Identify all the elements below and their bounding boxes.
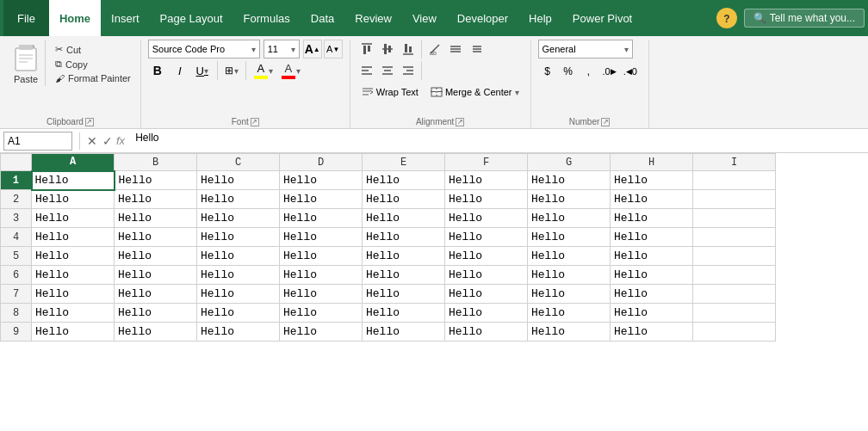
table-cell[interactable]: Hello bbox=[445, 171, 528, 190]
table-cell[interactable]: Hello bbox=[197, 323, 280, 342]
table-cell[interactable] bbox=[693, 323, 776, 342]
tell-me-box[interactable]: 🔍 Tell me what you... bbox=[744, 9, 865, 28]
angle-text-button[interactable]: ab bbox=[425, 40, 444, 58]
menu-data[interactable]: Data bbox=[301, 0, 344, 36]
table-cell[interactable]: Hello bbox=[280, 171, 363, 190]
row-number-2[interactable]: 2 bbox=[1, 190, 32, 209]
decrease-font-button[interactable]: A▼ bbox=[324, 40, 343, 58]
table-cell[interactable]: Hello bbox=[197, 285, 280, 304]
table-cell[interactable]: Hello bbox=[363, 266, 445, 285]
row-number-4[interactable]: 4 bbox=[1, 228, 32, 247]
table-cell[interactable]: Hello bbox=[611, 228, 693, 247]
formula-input[interactable]: Hello bbox=[132, 132, 865, 151]
table-cell[interactable]: Hello bbox=[197, 228, 280, 247]
top-align-button[interactable] bbox=[357, 40, 376, 58]
col-header-h[interactable]: H bbox=[611, 154, 693, 171]
table-cell[interactable]: Hello bbox=[115, 247, 197, 266]
cell-name-box[interactable]: A1 bbox=[3, 132, 72, 151]
table-cell[interactable]: Hello bbox=[32, 285, 115, 304]
indent-right-button[interactable] bbox=[467, 40, 486, 58]
table-cell[interactable]: Hello bbox=[280, 228, 363, 247]
increase-font-button[interactable]: A▲ bbox=[303, 40, 322, 58]
table-cell[interactable]: Hello bbox=[445, 285, 528, 304]
fill-color-button[interactable]: A ▾ bbox=[251, 61, 276, 80]
table-cell[interactable]: Hello bbox=[115, 266, 197, 285]
col-header-d[interactable]: D bbox=[280, 154, 363, 171]
confirm-formula-icon[interactable]: ✓ bbox=[102, 134, 113, 148]
table-cell[interactable]: Hello bbox=[445, 247, 528, 266]
cancel-formula-icon[interactable]: ✕ bbox=[87, 134, 97, 148]
table-cell[interactable]: Hello bbox=[611, 323, 693, 342]
table-cell[interactable]: Hello bbox=[32, 209, 115, 228]
format-painter-button[interactable]: 🖌 Format Painter bbox=[53, 72, 133, 84]
row-number-9[interactable]: 9 bbox=[1, 323, 32, 342]
table-cell[interactable]: Hello bbox=[32, 323, 115, 342]
table-cell[interactable]: Hello bbox=[445, 209, 528, 228]
indent-left-button[interactable] bbox=[446, 40, 465, 58]
col-header-f[interactable]: F bbox=[445, 154, 528, 171]
font-size-dropdown[interactable]: 11 ▾ bbox=[264, 40, 300, 58]
col-header-i[interactable]: I bbox=[693, 154, 776, 171]
table-cell[interactable]: Hello bbox=[363, 209, 445, 228]
table-cell[interactable]: Hello bbox=[280, 266, 363, 285]
table-cell[interactable]: Hello bbox=[528, 209, 611, 228]
table-cell[interactable]: Hello bbox=[363, 228, 445, 247]
table-cell[interactable]: Hello bbox=[611, 285, 693, 304]
table-cell[interactable]: Hello bbox=[280, 247, 363, 266]
paste-button[interactable]: Paste bbox=[7, 40, 46, 86]
right-align-button[interactable] bbox=[399, 61, 418, 80]
middle-align-button[interactable] bbox=[378, 40, 397, 58]
number-format-dropdown[interactable]: General ▾ bbox=[538, 40, 633, 58]
menu-formulas[interactable]: Formulas bbox=[233, 0, 301, 36]
table-cell[interactable]: Hello bbox=[445, 190, 528, 209]
table-cell[interactable]: Hello bbox=[115, 209, 197, 228]
table-cell[interactable]: Hello bbox=[611, 209, 693, 228]
col-header-g[interactable]: G bbox=[528, 154, 611, 171]
menu-power-pivot[interactable]: Power Pivot bbox=[562, 0, 642, 36]
alignment-expand-icon[interactable]: ↗ bbox=[456, 118, 464, 126]
table-cell[interactable]: Hello bbox=[528, 171, 611, 190]
table-cell[interactable] bbox=[693, 247, 776, 266]
center-align-button[interactable] bbox=[378, 61, 397, 80]
number-expand-icon[interactable]: ↗ bbox=[601, 118, 610, 126]
font-expand-icon[interactable]: ↗ bbox=[251, 118, 259, 126]
menu-review[interactable]: Review bbox=[344, 0, 402, 36]
underline-dropdown-icon[interactable]: ▾ bbox=[204, 66, 208, 76]
table-cell[interactable] bbox=[693, 228, 776, 247]
table-cell[interactable]: Hello bbox=[528, 304, 611, 323]
table-cell[interactable]: Hello bbox=[528, 266, 611, 285]
italic-button[interactable]: I bbox=[170, 61, 189, 80]
menu-home[interactable]: Home bbox=[49, 0, 101, 36]
col-header-a[interactable]: A bbox=[32, 154, 115, 171]
table-cell[interactable]: Hello bbox=[197, 304, 280, 323]
font-color-button[interactable]: A ▾ bbox=[279, 61, 303, 80]
decrease-decimal-button[interactable]: .◀0 bbox=[621, 62, 640, 81]
table-cell[interactable]: Hello bbox=[115, 171, 197, 190]
menu-view[interactable]: View bbox=[402, 0, 447, 36]
wrap-text-button[interactable]: Wrap Text bbox=[357, 83, 423, 102]
table-cell[interactable]: Hello bbox=[528, 247, 611, 266]
table-cell[interactable]: Hello bbox=[32, 171, 115, 190]
left-align-button[interactable] bbox=[357, 61, 376, 80]
table-cell[interactable]: Hello bbox=[280, 323, 363, 342]
bottom-align-button[interactable] bbox=[399, 40, 418, 58]
table-cell[interactable]: Hello bbox=[528, 323, 611, 342]
col-header-b[interactable]: B bbox=[115, 154, 197, 171]
table-cell[interactable]: Hello bbox=[445, 304, 528, 323]
table-cell[interactable]: Hello bbox=[115, 323, 197, 342]
menu-developer[interactable]: Developer bbox=[447, 0, 518, 36]
menu-insert[interactable]: Insert bbox=[101, 0, 150, 36]
table-cell[interactable]: Hello bbox=[197, 190, 280, 209]
table-cell[interactable]: Hello bbox=[363, 285, 445, 304]
table-cell[interactable]: Hello bbox=[611, 304, 693, 323]
table-cell[interactable]: Hello bbox=[197, 266, 280, 285]
table-cell[interactable] bbox=[693, 190, 776, 209]
col-header-c[interactable]: C bbox=[197, 154, 280, 171]
row-number-7[interactable]: 7 bbox=[1, 285, 32, 304]
cut-button[interactable]: ✂ Cut bbox=[53, 43, 133, 56]
merge-center-button[interactable]: ⟵⟶ Merge & Center ▾ bbox=[426, 83, 524, 102]
increase-decimal-button[interactable]: .0▶ bbox=[600, 62, 619, 81]
row-number-1[interactable]: 1 bbox=[1, 171, 32, 190]
table-cell[interactable]: Hello bbox=[445, 323, 528, 342]
table-cell[interactable]: Hello bbox=[280, 285, 363, 304]
